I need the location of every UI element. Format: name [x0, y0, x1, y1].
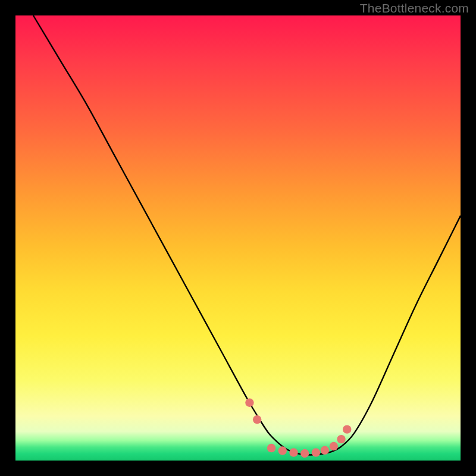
watermark-text: TheBottleneck.com — [360, 1, 469, 15]
chart-frame: TheBottleneck.com — [0, 0, 476, 476]
highlight-dot — [300, 449, 309, 458]
highlight-dot — [337, 435, 345, 443]
highlight-dot — [321, 446, 329, 455]
plot-area — [15, 15, 461, 461]
highlight-dot — [343, 425, 351, 433]
highlight-dot — [312, 448, 320, 456]
highlight-dot — [289, 448, 298, 456]
highlight-marker-group — [245, 399, 351, 458]
highlight-dot — [278, 446, 287, 455]
bottleneck-curve — [33, 15, 461, 455]
highlight-dot — [330, 442, 338, 450]
highlight-dot — [253, 415, 261, 424]
curve-layer — [15, 15, 461, 461]
highlight-dot — [245, 399, 253, 407]
highlight-dot — [267, 444, 275, 452]
